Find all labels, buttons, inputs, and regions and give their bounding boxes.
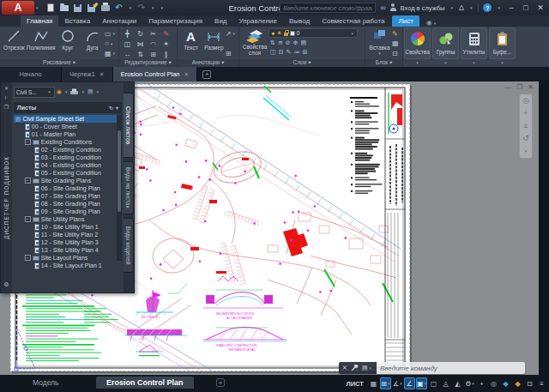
- exchange-chevron-icon[interactable]: ▾: [470, 5, 473, 10]
- layer-dropdown[interactable]: ● ☀ 0 ▾: [268, 28, 358, 38]
- ribbon-tab-insert[interactable]: Вставка: [58, 15, 96, 27]
- hatch-icon[interactable]: ▦▾: [105, 49, 117, 57]
- settings-gear-icon[interactable]: ⚙▾: [464, 377, 475, 389]
- panel-label-block[interactable]: Блок ▾: [365, 59, 402, 67]
- paper-space-label[interactable]: ЛИСТ: [346, 380, 363, 388]
- new-layout-button[interactable]: +: [216, 378, 225, 387]
- ribbon-tab-output[interactable]: Вывод: [283, 15, 316, 27]
- plot-icon[interactable]: [100, 3, 111, 13]
- exchange-apps-icon[interactable]: Δ: [459, 3, 464, 12]
- ssm-close-icon[interactable]: ✕: [4, 85, 9, 94]
- ssm-tab-sheet-list[interactable]: Список листов: [124, 93, 134, 158]
- workspace-plus-icon[interactable]: +: [476, 377, 487, 389]
- navbar-chevron-icon[interactable]: ▾: [525, 148, 528, 155]
- dimension-button[interactable]: Размер: [202, 27, 226, 59]
- layer-properties-button[interactable]: Свойства слоя: [241, 27, 268, 59]
- file-tab-start[interactable]: Начало: [0, 67, 62, 81]
- layer-tool-icon[interactable]: ≔: [293, 49, 299, 56]
- search-binoculars-icon[interactable]: ∞: [380, 3, 385, 12]
- text-button[interactable]: A Текст: [179, 27, 202, 59]
- ssm-settings-gear-icon[interactable]: ⚙: [3, 281, 9, 290]
- new-file-icon[interactable]: [45, 3, 56, 13]
- annotation-autoscale-icon[interactable]: ◭: [452, 377, 463, 389]
- undo-chevron-icon[interactable]: ▾: [130, 5, 132, 10]
- redo-icon[interactable]: ↷: [136, 3, 147, 13]
- tree-sheet-item[interactable]: 02 - Existing Condition: [14, 146, 122, 154]
- modify-tool-icon[interactable]: ✎: [163, 30, 169, 38]
- modify-tool-icon[interactable]: ⋈: [137, 40, 144, 48]
- block-edit-icon[interactable]: ✎: [392, 29, 399, 38]
- qat-customize-chevron-icon[interactable]: ▾: [161, 5, 164, 10]
- isolate-objects-icon[interactable]: ◎: [488, 377, 499, 389]
- sign-in-button[interactable]: Вход в службы: [401, 4, 445, 12]
- properties-flyout-chevron-icon[interactable]: ▾: [405, 60, 430, 65]
- tree-sheet-item[interactable]: 07 - Site Grading Plan: [14, 192, 122, 200]
- redo-chevron-icon[interactable]: ▾: [152, 5, 154, 10]
- rectangle-icon[interactable]: ▭▾: [105, 29, 117, 38]
- file-tab-erosion[interactable]: Erosion Control Plan✕: [113, 67, 198, 81]
- maximize-button[interactable]: □: [521, 3, 531, 12]
- orbit-icon[interactable]: ↺: [522, 135, 529, 142]
- tree-sheet-item[interactable]: 00 - Cover Sheet: [14, 123, 122, 130]
- drawing-canvas[interactable]: SILT FENCE SEDIMENTATION CONTROL AT CATC…: [0, 81, 539, 375]
- expand-toggle-icon[interactable]: −: [25, 216, 31, 222]
- ssm-tab-model-views[interactable]: Виды моделей: [124, 218, 134, 273]
- panel-clipboard[interactable]: Буфе... ▾: [489, 27, 516, 59]
- command-customize-wrench-icon[interactable]: [351, 365, 359, 372]
- modify-tool-icon[interactable]: ∥: [165, 51, 168, 58]
- ribbon-tab-collaborate[interactable]: Совместная работа: [316, 15, 390, 27]
- open-file-icon[interactable]: [59, 3, 69, 13]
- modify-tool-icon[interactable]: ↔: [124, 51, 131, 58]
- snap-icon[interactable]: ⊞▾: [380, 377, 391, 389]
- tree-sheet-item[interactable]: 04 - Existing Condition: [14, 161, 122, 169]
- tree-subset-item[interactable]: −Existing Conditions: [14, 138, 122, 146]
- polyline-button[interactable]: Полилиния: [27, 27, 56, 59]
- expand-toggle-icon[interactable]: −: [25, 139, 31, 145]
- layer-tool-icon[interactable]: ◫: [270, 49, 276, 56]
- modify-tool-icon[interactable]: ✶: [163, 40, 169, 48]
- close-button[interactable]: ✕: [535, 3, 546, 12]
- modify-tool-icon[interactable]: ⇅: [137, 51, 143, 58]
- recent-commands-icon[interactable]: ▤▾: [362, 365, 373, 371]
- annotation-visibility-icon[interactable]: ◬: [440, 377, 451, 389]
- panel-properties[interactable]: Свойства ▾: [404, 27, 431, 59]
- expand-toggle-icon[interactable]: −: [25, 178, 31, 184]
- layer-tool-icon[interactable]: ⇅: [270, 39, 275, 46]
- pan-icon[interactable]: +: [523, 110, 528, 118]
- panel-label-layers[interactable]: Слои ▾: [239, 59, 365, 67]
- ssm-refresh-chevron-icon[interactable]: ▾: [65, 89, 68, 94]
- drawing-close-icon[interactable]: ✕: [528, 83, 534, 91]
- zoom-icon[interactable]: ±: [524, 122, 528, 130]
- panel-label-modify[interactable]: Редактирование ▾: [119, 59, 177, 67]
- a360-icon[interactable]: ◆: [500, 377, 511, 389]
- ribbon-tab-home[interactable]: Главная: [21, 15, 58, 27]
- command-input[interactable]: [377, 362, 525, 374]
- panel-utilities[interactable]: Утилиты ▾: [461, 27, 487, 59]
- close-tab-icon[interactable]: ✕: [184, 71, 189, 78]
- modify-tool-icon[interactable]: ⊞: [150, 51, 156, 58]
- layer-tool-icon[interactable]: ⊞: [302, 49, 307, 56]
- layer-thaw-sun-icon[interactable]: ☀: [276, 30, 281, 37]
- leader-icon[interactable]: ↗▾: [226, 29, 237, 38]
- tree-sheet-item[interactable]: 13 - Site Utility Plan 4: [14, 246, 122, 254]
- table-icon[interactable]: ⊞: [226, 49, 237, 57]
- help-icon[interactable]: ?: [483, 3, 492, 12]
- modify-tool-icon[interactable]: ◫: [124, 40, 131, 48]
- ssm-header-chevron-icon[interactable]: ▾: [116, 105, 118, 111]
- save-icon[interactable]: [73, 3, 83, 13]
- ssm-details-icon[interactable]: ▤: [87, 88, 94, 95]
- block-attributes-icon[interactable]: ▦: [392, 39, 399, 48]
- layer-tool-icon[interactable]: ⊘: [286, 39, 291, 46]
- modify-tool-icon[interactable]: ✂: [150, 30, 156, 38]
- ssm-details-chevron-icon[interactable]: ▾: [97, 89, 100, 94]
- layer-tool-icon[interactable]: ▤: [301, 39, 307, 46]
- layer-tool-icon[interactable]: ≋: [278, 39, 283, 46]
- app-logo[interactable]: A: [2, 1, 34, 15]
- clipboard-flyout-chevron-icon[interactable]: ▾: [490, 60, 515, 65]
- ortho-icon[interactable]: ∠: [404, 377, 415, 389]
- layout-tab-erosion[interactable]: Erosion Control Plan: [96, 377, 194, 389]
- tree-root-item[interactable]: ▦Civil Sample Sheet Set: [14, 115, 122, 123]
- block-define-icon[interactable]: ⊡: [392, 49, 399, 57]
- groups-flyout-chevron-icon[interactable]: ▾: [433, 60, 458, 65]
- line-button[interactable]: Отрезок: [2, 27, 27, 59]
